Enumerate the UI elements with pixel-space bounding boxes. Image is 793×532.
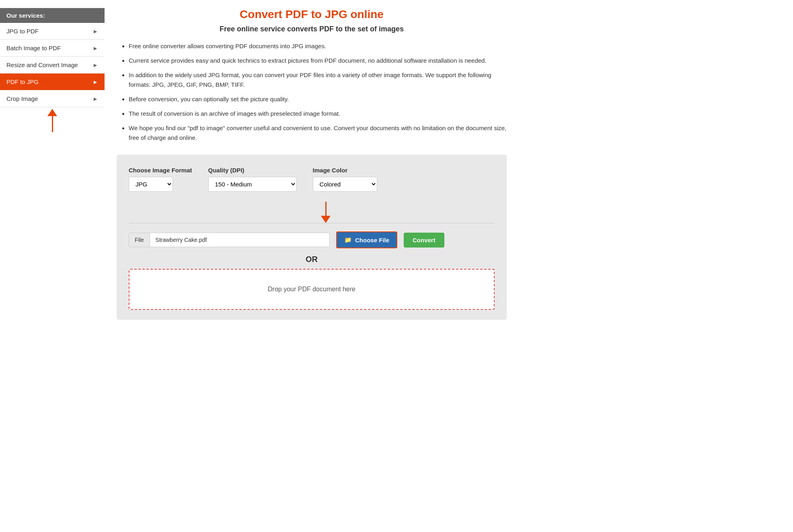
down-arrow-head [321,216,331,223]
quality-group: Quality (DPI) 75 - Low 150 - Medium 300 … [208,167,297,192]
sidebar-item-crop-image[interactable]: Crop Image ► [0,90,105,107]
file-name-display: Strawberry Cake.pdf [150,233,329,247]
sidebar-item-jpg-to-pdf[interactable]: JPG to PDF ► [0,23,105,40]
sidebar: Our services: JPG to PDF ► Batch Image t… [0,8,105,524]
chevron-right-icon: ► [92,62,98,68]
folder-icon: 📁 [344,236,352,243]
chevron-right-icon: ► [92,96,98,102]
chevron-right-icon: ► [92,79,98,85]
converter-box: Choose Image Format JPG JPEG GIF PNG BMP… [117,155,507,320]
file-row: File Strawberry Cake.pdf 📁 Choose File C… [129,231,495,248]
drop-zone[interactable]: Drop your PDF document here [129,269,495,310]
sidebar-item-resize-convert[interactable]: Resize and Convert Image ► [0,57,105,74]
or-divider: OR [129,255,495,264]
form-divider [129,223,495,223]
page-subtitle: Free online service converts PDF to the … [117,25,507,33]
file-label: File [129,233,150,247]
feature-list: Free online converter allows converting … [117,41,507,143]
list-item: The result of conversion is an archive o… [129,109,507,119]
down-arrow-line [325,202,327,216]
sidebar-item-label: Batch Image to PDF [6,45,61,51]
sidebar-header: Our services: [0,8,105,23]
quality-label: Quality (DPI) [208,167,297,174]
convert-label: Convert [413,237,436,243]
chevron-right-icon: ► [92,45,98,51]
list-item: In addition to the widely used JPG forma… [129,70,507,90]
main-content: Convert PDF to JPG online Free online se… [117,8,519,524]
chevron-right-icon: ► [92,28,98,35]
drop-zone-text: Drop your PDF document here [268,286,355,293]
format-group: Choose Image Format JPG JPEG GIF PNG BMP… [129,167,192,192]
list-item: Free online converter allows converting … [129,41,507,51]
sidebar-item-label: JPG to PDF [6,28,39,35]
quality-select[interactable]: 75 - Low 150 - Medium 300 - High 600 - V… [208,177,297,192]
convert-button[interactable]: Convert [404,233,444,248]
sidebar-item-batch-image-to-pdf[interactable]: Batch Image to PDF ► [0,40,105,57]
form-options-row: Choose Image Format JPG JPEG GIF PNG BMP… [129,167,495,192]
sidebar-item-label: Crop Image [6,95,38,102]
page-title: Convert PDF to JPG online [117,8,507,21]
list-item: Current service provides easy and quick … [129,56,507,65]
sidebar-item-label: PDF to JPG [6,78,39,85]
list-item: We hope you find our "pdf to image" conv… [129,123,507,143]
color-group: Image Color Colored Grayscale Black & Wh… [313,167,377,192]
color-label: Image Color [313,167,377,174]
format-label: Choose Image Format [129,167,192,174]
list-item: Before conversion, you can optionally se… [129,94,507,104]
sidebar-item-pdf-to-jpg[interactable]: PDF to JPG ► [0,74,105,90]
arrow-annotation [0,107,105,132]
color-select[interactable]: Colored Grayscale Black & White [313,177,377,192]
file-input-wrapper: File Strawberry Cake.pdf [129,233,330,247]
choose-file-label: Choose File [355,237,389,243]
sidebar-item-label: Resize and Convert Image [6,61,78,68]
format-select[interactable]: JPG JPEG GIF PNG BMP TIFF [129,177,173,192]
choose-file-button[interactable]: 📁 Choose File [336,231,397,248]
